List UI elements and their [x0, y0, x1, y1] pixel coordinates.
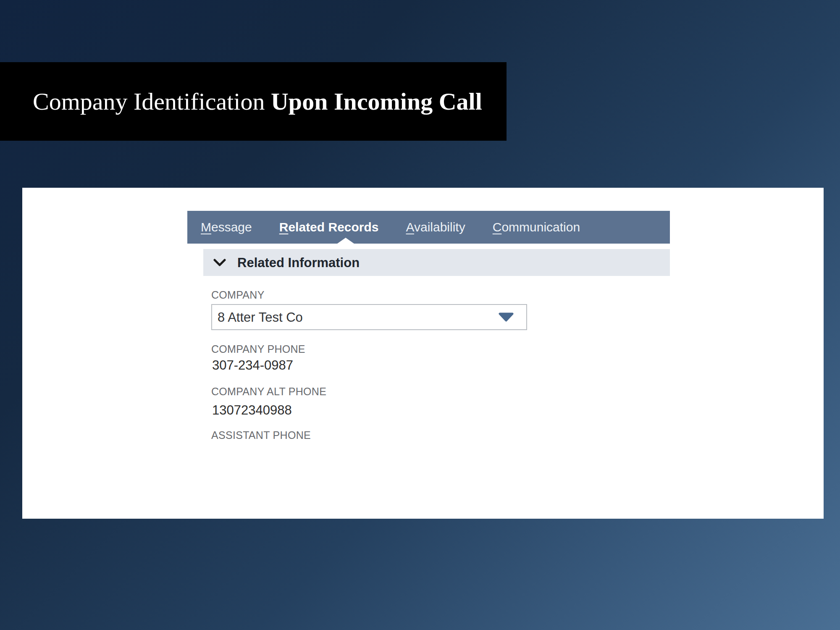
company-dropdown-value: 8 Atter Test Co — [218, 311, 303, 324]
slide-title-regular: Company Identification — [33, 88, 271, 115]
slide-title-bold: Upon Incoming Call — [271, 88, 482, 115]
tab-communication[interactable]: Communication — [493, 221, 580, 234]
company-phone-value: 307-234-0987 — [212, 359, 293, 372]
tab-related-records[interactable]: Related Records — [279, 221, 379, 234]
company-alt-phone-value: 13072340988 — [212, 404, 292, 417]
section-title: Related Information — [237, 256, 360, 269]
selected-tab-notch — [337, 238, 354, 244]
tab-message[interactable]: Message — [201, 221, 252, 234]
related-information-header[interactable]: Related Information — [203, 249, 670, 276]
slide-background: Company Identification Upon Incoming Cal… — [0, 0, 840, 630]
assistant-phone-label: ASSISTANT PHONE — [211, 430, 311, 441]
company-phone-label: COMPANY PHONE — [211, 344, 305, 354]
tab-availability[interactable]: Availability — [406, 221, 465, 234]
crm-screenshot-panel: Message Related Records Availability Com… — [22, 188, 824, 519]
slide-title: Company Identification Upon Incoming Cal… — [33, 89, 482, 114]
company-label: COMPANY — [211, 290, 265, 300]
tab-bar: Message Related Records Availability Com… — [187, 211, 670, 244]
slide-title-bar: Company Identification Upon Incoming Cal… — [0, 62, 507, 141]
triangle-down-icon — [499, 312, 514, 322]
chevron-down-icon — [213, 258, 226, 267]
company-dropdown[interactable]: 8 Atter Test Co — [211, 304, 527, 330]
company-alt-phone-label: COMPANY ALT PHONE — [211, 386, 326, 397]
